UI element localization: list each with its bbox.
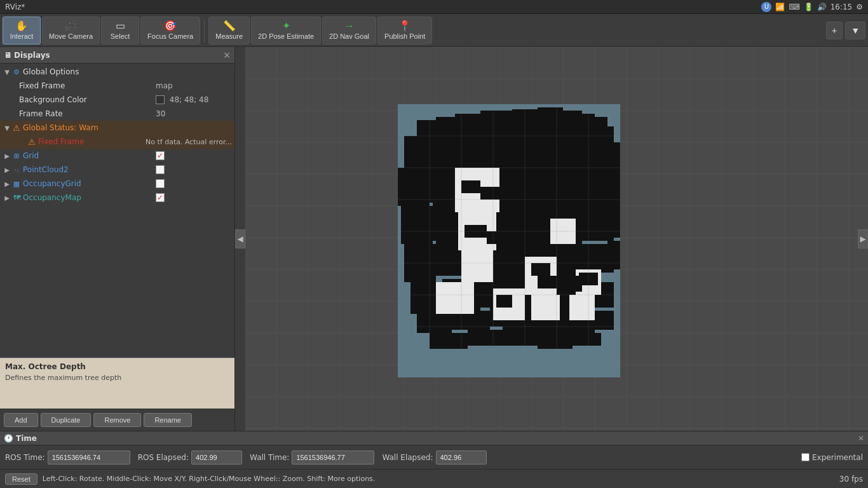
pose-icon: ✦ — [282, 21, 290, 31]
frame-rate-row[interactable]: Frame Rate 30 — [0, 107, 234, 121]
select-icon: ▭ — [116, 21, 125, 31]
bg-color-row[interactable]: Background Color 48; 48; 48 — [0, 93, 234, 107]
duplicate-button[interactable]: Duplicate — [41, 413, 92, 427]
grid-label: Grid — [23, 151, 156, 160]
bg-color-value: 48; 48; 48 — [156, 95, 232, 105]
remove-button[interactable]: Remove — [93, 413, 141, 427]
global-status-expand[interactable]: ▼ — [3, 125, 11, 132]
right-scroll-arrow[interactable]: ▶ — [858, 229, 868, 248]
time-close-button[interactable]: ✕ — [858, 434, 864, 443]
om-expand[interactable]: ▶ — [3, 194, 11, 201]
global-options-row[interactable]: ▼ ⚙ Global Options — [0, 65, 234, 79]
pc2-icon: ·: — [11, 165, 22, 175]
global-options-expand[interactable]: ▼ — [3, 69, 11, 76]
grid-expand[interactable]: ▶ — [3, 152, 11, 159]
fixed-frame-error-row[interactable]: ⚠ Fixed Frame No tf data. Actual error..… — [0, 135, 234, 149]
pointcloud2-row[interactable]: ▶ ·: PointCloud2 — [0, 163, 234, 177]
move-camera-icon: 🎥 — [65, 21, 78, 31]
om-checkbox[interactable]: ✓ — [156, 193, 165, 202]
grid-row[interactable]: ▶ ⊞ Grid ✓ — [0, 149, 234, 163]
interact-button[interactable]: ✋ Interact — [3, 17, 41, 44]
og-checkbox[interactable] — [156, 179, 165, 188]
ros-elapsed-field: ROS Elapsed: — [138, 451, 242, 464]
fps-counter: 30 fps — [839, 475, 863, 484]
keyboard-icon: ⌨ — [789, 3, 799, 11]
time-panel: 🕐 Time ✕ ROS Time: ROS Elapsed: Wall Tim… — [0, 431, 868, 469]
reset-button[interactable]: Reset — [5, 473, 37, 485]
experimental-checkbox[interactable] — [801, 453, 810, 461]
left-scroll-arrow[interactable]: ◀ — [235, 229, 245, 248]
displays-title: 🖥 Displays — [4, 51, 50, 60]
grid-checkbox[interactable]: ✓ — [156, 151, 165, 160]
interact-icon: ✋ — [15, 21, 28, 31]
battery-icon: 🔋 — [804, 3, 813, 11]
ros-time-field: ROS Time: — [5, 451, 130, 464]
measure-button[interactable]: 📏 Measure — [208, 17, 250, 44]
global-status-row[interactable]: ▼ ⚠ Global Status: Warn — [0, 121, 234, 135]
time-content: ROS Time: ROS Elapsed: Wall Time: Wall E… — [0, 445, 868, 469]
fixed-frame-value: map — [156, 81, 232, 90]
displays-header: 🖥 Displays ✕ — [0, 47, 234, 64]
titlebar-controls: U 📶 ⌨ 🔋 🔊 16:15 ⚙ — [761, 2, 863, 12]
wall-time-input[interactable] — [292, 451, 374, 464]
frame-rate-value: 30 — [156, 109, 232, 118]
user-icon: U — [761, 2, 771, 12]
rename-button[interactable]: Rename — [144, 413, 192, 427]
clock-icon: 🕐 — [4, 434, 13, 443]
fixed-frame-row[interactable]: Fixed Frame map — [0, 79, 234, 93]
bg-color-label: Background Color — [19, 95, 156, 104]
panel-buttons: Add Duplicate Remove Rename — [0, 409, 234, 431]
toolbar-right: + ▼ — [826, 22, 865, 39]
wall-elapsed-input[interactable] — [436, 451, 487, 464]
move-camera-button[interactable]: 🎥 Move Camera — [42, 17, 100, 44]
time-header: 🕐 Time ✕ — [0, 431, 868, 445]
occupancy-map-row[interactable]: ▶ 🗺 OccupancyMap ✓ — [0, 191, 234, 205]
experimental-checkbox-container: Experimental — [801, 453, 863, 462]
occupancy-grid-row[interactable]: ▶ ▦ OccupancyGrid — [0, 177, 234, 191]
pc2-checkbox[interactable] — [156, 165, 165, 174]
ros-time-input[interactable] — [48, 451, 130, 464]
add-button[interactable]: Add — [4, 413, 38, 427]
global-status-label: Global Status: Warn — [23, 123, 232, 132]
select-button[interactable]: ▭ Select — [101, 17, 139, 44]
left-panel: 🖥 Displays ✕ ▼ ⚙ Global Options Fixed Fr… — [0, 47, 235, 431]
fixed-frame-err-label: Fixed Frame — [38, 137, 146, 146]
focus-camera-label: Focus Camera — [147, 32, 193, 40]
focus-camera-icon: 🎯 — [164, 21, 177, 31]
grid-icon: ⊞ — [11, 151, 22, 161]
ros-elapsed-input[interactable] — [191, 451, 242, 464]
grid-check-mark: ✓ — [157, 152, 163, 159]
og-expand[interactable]: ▶ — [3, 180, 11, 187]
focus-camera-button[interactable]: 🎯 Focus Camera — [140, 17, 200, 44]
warning-icon: ⚠ — [11, 123, 22, 133]
pose-estimate-button[interactable]: ✦ 2D Pose Estimate — [251, 17, 321, 44]
wifi-icon: 📶 — [775, 3, 785, 11]
toolbar-dropdown-button[interactable]: ▼ — [845, 22, 865, 39]
pc2-expand[interactable]: ▶ — [3, 166, 11, 173]
experimental-label: Experimental — [812, 453, 863, 462]
select-label: Select — [111, 32, 130, 40]
add-toolbar-button[interactable]: + — [826, 22, 843, 39]
fixed-frame-label: Fixed Frame — [19, 81, 156, 90]
properties-panel: Max. Octree Depth Defines the maximum tr… — [0, 358, 234, 409]
pc2-checkbox-container — [156, 165, 232, 174]
om-label: OccupancyMap — [23, 193, 156, 202]
nav-goal-button[interactable]: → 2D Nav Goal — [322, 17, 376, 44]
properties-description: Defines the maximum tree depth — [5, 374, 229, 382]
og-label: OccupancyGrid — [23, 179, 156, 188]
move-camera-label: Move Camera — [49, 32, 93, 40]
clock: 16:15 — [831, 3, 853, 11]
displays-icon: 🖥 — [4, 51, 11, 60]
viewport[interactable]: ▶ — [245, 47, 868, 431]
error-icon: ⚠ — [27, 137, 37, 147]
ros-elapsed-label: ROS Elapsed: — [138, 453, 189, 462]
interact-label: Interact — [10, 32, 34, 40]
publish-point-button[interactable]: 📍 Publish Point — [377, 17, 432, 44]
pc2-label: PointCloud2 — [23, 165, 156, 174]
displays-close-button[interactable]: ✕ — [223, 50, 231, 60]
bg-color-swatch[interactable] — [156, 95, 165, 104]
toolbar: ✋ Interact 🎥 Move Camera ▭ Select 🎯 Focu… — [0, 14, 868, 47]
properties-title: Max. Octree Depth — [5, 362, 229, 371]
time-title: 🕐 Time — [4, 434, 37, 443]
statusbar: Reset Left-Click: Rotate. Middle-Click: … — [0, 469, 868, 488]
